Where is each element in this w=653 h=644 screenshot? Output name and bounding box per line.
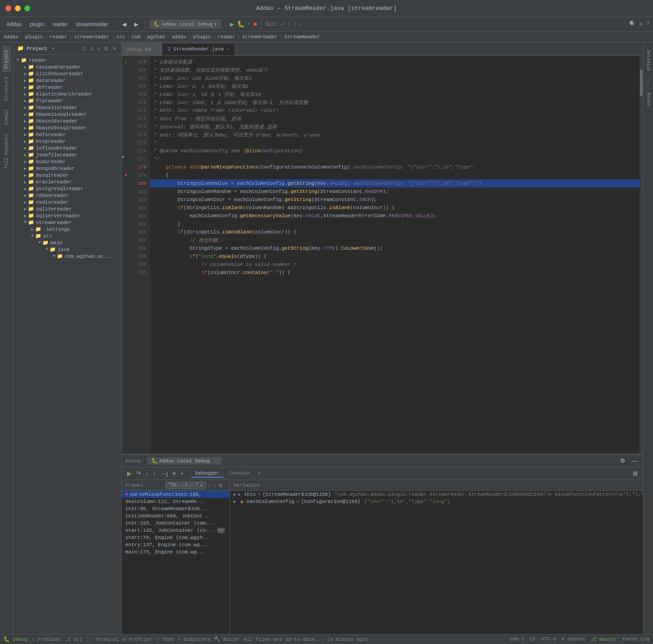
- git-pull-icon[interactable]: ↓: [299, 21, 302, 27]
- maximize-button[interactable]: [24, 5, 30, 11]
- toolbar-streamreader[interactable]: streamreader: [73, 20, 111, 28]
- step-over-button[interactable]: ↷: [134, 469, 143, 478]
- tree-hbase20xsqlreader[interactable]: ▶ 📁 hbase20xsqlreader: [14, 124, 121, 131]
- status-debug[interactable]: 🐛 Debug: [4, 636, 28, 642]
- tree-kudureader[interactable]: ▶ 📁 kudureader: [14, 158, 121, 165]
- status-terminal[interactable]: ⬛ Terminal: [86, 636, 119, 642]
- tree-sqlitereader[interactable]: ▶ 📁 sqlitereader: [14, 206, 121, 212]
- structure-tab[interactable]: Structure: [2, 73, 11, 105]
- database-tab[interactable]: Database: [645, 46, 652, 75]
- settings-button[interactable]: ⚙: [103, 45, 110, 53]
- bc-reader[interactable]: reader: [50, 34, 68, 40]
- status-branch[interactable]: ⎇ master: [590, 636, 617, 642]
- expand-icon[interactable]: ▶: [233, 492, 236, 497]
- bc-streamreader[interactable]: streamreader: [74, 34, 110, 40]
- frame-main-175[interactable]: main:175, Engine (com.wg...: [122, 548, 229, 556]
- frame-parsemixup[interactable]: ● parseMixupFunctions:180,: [122, 491, 229, 498]
- frame-filter-button[interactable]: ⊘: [218, 481, 224, 489]
- status-endpoints[interactable]: ⚡ Endpoints: [178, 636, 210, 642]
- debugger-tab[interactable]: Debugger: [191, 470, 224, 478]
- var-each-column-config[interactable]: ▶ ◉ eachColumnConfig = {Configuration@11…: [230, 498, 643, 505]
- vertical-scrollbar[interactable]: [639, 56, 643, 454]
- forward-button[interactable]: ▶: [132, 20, 141, 28]
- debug-button[interactable]: 🐛: [237, 20, 245, 28]
- tree-httpreader[interactable]: ▶ 📁 httpreader: [14, 138, 121, 145]
- bc-addax2[interactable]: addax: [172, 34, 187, 40]
- bc-plugin[interactable]: plugin: [25, 34, 43, 40]
- step-into-button[interactable]: ↓: [144, 469, 151, 478]
- debug-minimize-button[interactable]: —: [630, 457, 639, 465]
- frame-down-button[interactable]: ↓: [212, 481, 217, 489]
- status-todo[interactable]: ☐ TODO: [156, 636, 174, 642]
- tree-hdfsreader[interactable]: ▶ 📁 hdfsreader: [14, 131, 121, 138]
- tree-redisreader[interactable]: ▶ 📁 redisreader: [14, 199, 121, 206]
- coverage-button[interactable]: ⚡: [247, 21, 251, 27]
- bc-streamreader2[interactable]: streamreader: [242, 34, 278, 40]
- code-content[interactable]: * 2者都没有配置 * 支持递增函数, 当前仅支持整数类型, demo如下 * …: [150, 56, 639, 454]
- status-event-log[interactable]: Event Log: [623, 636, 649, 642]
- project-tab[interactable]: Project: [2, 46, 11, 72]
- console-tab[interactable]: Console: [224, 470, 254, 478]
- tree-cassandrareader[interactable]: ▶ 📁 cassandrareader: [14, 64, 121, 70]
- bc-addax[interactable]: Addax: [4, 34, 18, 40]
- tree-sqlserverreader[interactable]: ▶ 📁 sqlserverreader: [14, 212, 121, 219]
- tab-close-icon[interactable]: ✕: [215, 458, 217, 464]
- status-profiler[interactable]: ◎ Profiler: [123, 636, 152, 642]
- commit-tab[interactable]: Commit: [2, 105, 11, 129]
- bc-plugin2[interactable]: plugin: [193, 34, 211, 40]
- tree-java[interactable]: ▼ 📁 java: [14, 246, 121, 253]
- restore-layout-button[interactable]: ⊞: [631, 469, 639, 478]
- tree-hbase11xsqlreader[interactable]: ▶ 📁 hbase11xsqlreader: [14, 111, 121, 118]
- add-watch-button[interactable]: +: [178, 469, 186, 478]
- toolbar-reader[interactable]: reader: [50, 20, 71, 28]
- status-encoding[interactable]: LF: [530, 636, 535, 642]
- back-button[interactable]: ◀: [119, 20, 129, 28]
- frame-dealcolumn[interactable]: dealColumn:122, StreamRe...: [122, 498, 229, 505]
- run-button[interactable]: ▶: [230, 20, 234, 29]
- tree-dbfreader[interactable]: ▶ 📁 dbfreader: [14, 84, 121, 91]
- window-controls[interactable]: [5, 5, 30, 11]
- tree-hbase11xreader[interactable]: ▶ 📁 hbase11xreader: [14, 104, 121, 111]
- git-push-icon[interactable]: ↑: [293, 21, 297, 27]
- frame-entry-137[interactable]: entry:137, Engine (com.wg...: [122, 541, 229, 548]
- status-indent[interactable]: 4 spaces: [562, 636, 585, 642]
- chevron-down-icon[interactable]: ▾: [52, 46, 55, 51]
- tree-jsonfilereader[interactable]: ▶ 📁 jsonfilereader: [14, 151, 121, 158]
- status-position[interactable]: 180:1: [509, 636, 524, 642]
- tree-clickhousereader[interactable]: ▶ 📁 clickhousereader: [14, 70, 121, 77]
- bc-reader2[interactable]: reader: [218, 34, 236, 40]
- bc-streamreader-class[interactable]: StreamReader: [284, 34, 320, 40]
- pull-requests-tab[interactable]: Pull Requests: [2, 130, 11, 172]
- tree-elasticsearchreader[interactable]: ▶ 📁 elasticsearchreader: [14, 91, 121, 97]
- frame-init-325[interactable]: init:325, JobContainer (com...: [122, 520, 229, 527]
- toolbar-addax[interactable]: Addax: [4, 20, 24, 28]
- evaluate-button[interactable]: ≡: [170, 469, 178, 478]
- bc-wgzhao[interactable]: wgzhao: [147, 34, 165, 40]
- debug-settings-button[interactable]: ⚙: [618, 457, 627, 465]
- status-git[interactable]: ⎇ Git: [65, 636, 82, 642]
- status-charset[interactable]: UTF-8: [541, 636, 556, 642]
- toolbar-plugin[interactable]: plugin: [27, 20, 47, 28]
- tree-src[interactable]: ▼ 📁 src: [14, 233, 121, 239]
- step-out-button[interactable]: ↑: [151, 469, 158, 478]
- tree-datareader[interactable]: ▶ 📁 datareader: [14, 77, 121, 84]
- tree-oraclereader[interactable]: ▶ 📁 oraclereader: [14, 178, 121, 185]
- frames-filter-dropdown[interactable]: "jo...l..." ▾: [165, 482, 206, 489]
- tree-influxdbreader[interactable]: ▶ 📁 influxdbreader: [14, 145, 121, 151]
- bc-com[interactable]: com: [132, 34, 141, 40]
- status-problems[interactable]: ⚠ Problems: [32, 636, 61, 642]
- maven-tab[interactable]: Maven: [645, 89, 652, 110]
- close-button[interactable]: [5, 5, 11, 11]
- expand-icon[interactable]: ▶: [233, 499, 239, 504]
- git-sync-icon[interactable]: ↕: [287, 21, 290, 27]
- locate-file-button[interactable]: ⊙: [81, 45, 87, 53]
- tree-com-wgzhao[interactable]: ▼ 📁 com.wgzhao.ac...: [14, 253, 121, 260]
- minimize-button[interactable]: [15, 5, 21, 11]
- frame-up-button[interactable]: ↑: [207, 481, 211, 489]
- frame-init-95[interactable]: init:95, StreamReader$Job...: [122, 505, 229, 512]
- tree-hbase20xreader[interactable]: ▶ 📁 hbase20xreader: [14, 118, 121, 124]
- help-icon[interactable]: ?: [646, 21, 649, 27]
- tab-streamreader-java[interactable]: J StreamReader.java ✕: [162, 43, 235, 55]
- debug-session-tab[interactable]: 🐛 Addax Local Debug ✕: [147, 457, 222, 465]
- collapse-all-button[interactable]: ≡: [96, 45, 101, 53]
